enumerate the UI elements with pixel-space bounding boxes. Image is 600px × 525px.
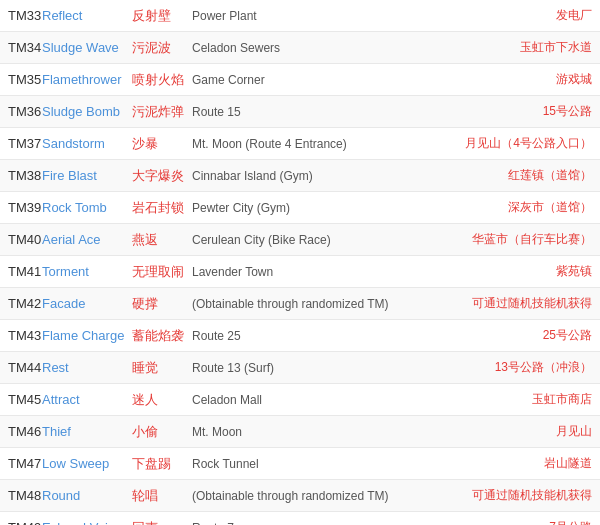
table-row: TM41 Torment 无理取闹 Lavender Town 紫苑镇 <box>0 256 600 288</box>
move-name-cn: 燕返 <box>132 231 192 249</box>
tm-number: TM39 <box>0 200 42 215</box>
table-row: TM34 Sludge Wave 污泥波 Celadon Sewers 玉虹市下… <box>0 32 600 64</box>
move-name-en: Sandstorm <box>42 136 132 151</box>
location-en: Route 13 (Surf) <box>192 361 435 375</box>
location-cn: 可通过随机技能机获得 <box>435 487 600 504</box>
tm-number: TM38 <box>0 168 42 183</box>
location-cn: 游戏城 <box>435 71 600 88</box>
tm-number: TM45 <box>0 392 42 407</box>
location-en: (Obtainable through randomized TM) <box>192 297 435 311</box>
tm-number: TM49 <box>0 520 42 525</box>
move-name-en: Thief <box>42 424 132 439</box>
location-cn: 月见山（4号公路入口） <box>435 135 600 152</box>
location-en: Route 25 <box>192 329 435 343</box>
tm-number: TM44 <box>0 360 42 375</box>
move-name-en: Rock Tomb <box>42 200 132 215</box>
move-name-en: Low Sweep <box>42 456 132 471</box>
move-name-en: Flamethrower <box>42 72 132 87</box>
move-name-en: Torment <box>42 264 132 279</box>
tm-number: TM36 <box>0 104 42 119</box>
location-en: Celadon Mall <box>192 393 435 407</box>
location-cn: 红莲镇（道馆） <box>435 167 600 184</box>
move-name-cn: 喷射火焰 <box>132 71 192 89</box>
table-row: TM44 Rest 睡觉 Route 13 (Surf) 13号公路（冲浪） <box>0 352 600 384</box>
table-row: TM49 Echoed Voice 回声 Route 7 7号公路 <box>0 512 600 525</box>
move-name-en: Flame Charge <box>42 328 132 343</box>
move-name-en: Aerial Ace <box>42 232 132 247</box>
location-cn: 深灰市（道馆） <box>435 199 600 216</box>
location-cn: 玉虹市下水道 <box>435 39 600 56</box>
move-name-en: Attract <box>42 392 132 407</box>
table-row: TM42 Facade 硬撑 (Obtainable through rando… <box>0 288 600 320</box>
tm-table: TM33 Reflect 反射壁 Power Plant 发电厂 TM34 Sl… <box>0 0 600 525</box>
move-name-en: Reflect <box>42 8 132 23</box>
location-en: Route 15 <box>192 105 435 119</box>
location-en: Game Corner <box>192 73 435 87</box>
move-name-en: Echoed Voice <box>42 520 132 525</box>
table-row: TM46 Thief 小偷 Mt. Moon 月见山 <box>0 416 600 448</box>
move-name-en: Facade <box>42 296 132 311</box>
location-en: (Obtainable through randomized TM) <box>192 489 435 503</box>
location-en: Mt. Moon <box>192 425 435 439</box>
tm-number: TM43 <box>0 328 42 343</box>
move-name-cn: 污泥波 <box>132 39 192 57</box>
tm-number: TM34 <box>0 40 42 55</box>
table-row: TM37 Sandstorm 沙暴 Mt. Moon (Route 4 Entr… <box>0 128 600 160</box>
move-name-cn: 睡觉 <box>132 359 192 377</box>
tm-number: TM35 <box>0 72 42 87</box>
location-en: Lavender Town <box>192 265 435 279</box>
location-cn: 15号公路 <box>435 103 600 120</box>
table-row: TM45 Attract 迷人 Celadon Mall 玉虹市商店 <box>0 384 600 416</box>
table-row: TM48 Round 轮唱 (Obtainable through random… <box>0 480 600 512</box>
move-name-cn: 下盘踢 <box>132 455 192 473</box>
move-name-cn: 迷人 <box>132 391 192 409</box>
tm-number: TM47 <box>0 456 42 471</box>
move-name-cn: 大字爆炎 <box>132 167 192 185</box>
move-name-en: Fire Blast <box>42 168 132 183</box>
move-name-en: Rest <box>42 360 132 375</box>
location-cn: 紫苑镇 <box>435 263 600 280</box>
table-row: TM47 Low Sweep 下盘踢 Rock Tunnel 岩山隧道 <box>0 448 600 480</box>
move-name-cn: 轮唱 <box>132 487 192 505</box>
table-row: TM40 Aerial Ace 燕返 Cerulean City (Bike R… <box>0 224 600 256</box>
location-en: Rock Tunnel <box>192 457 435 471</box>
move-name-en: Round <box>42 488 132 503</box>
tm-number: TM37 <box>0 136 42 151</box>
table-row: TM36 Sludge Bomb 污泥炸弹 Route 15 15号公路 <box>0 96 600 128</box>
location-en: Route 7 <box>192 521 435 526</box>
location-cn: 7号公路 <box>435 519 600 525</box>
move-name-cn: 小偷 <box>132 423 192 441</box>
move-name-en: Sludge Wave <box>42 40 132 55</box>
move-name-cn: 沙暴 <box>132 135 192 153</box>
tm-number: TM40 <box>0 232 42 247</box>
table-row: TM43 Flame Charge 蓄能焰袭 Route 25 25号公路 <box>0 320 600 352</box>
location-cn: 月见山 <box>435 423 600 440</box>
table-row: TM39 Rock Tomb 岩石封锁 Pewter City (Gym) 深灰… <box>0 192 600 224</box>
location-cn: 岩山隧道 <box>435 455 600 472</box>
location-en: Cerulean City (Bike Race) <box>192 233 435 247</box>
location-en: Power Plant <box>192 9 435 23</box>
location-cn: 玉虹市商店 <box>435 391 600 408</box>
location-en: Cinnabar Island (Gym) <box>192 169 435 183</box>
move-name-cn: 硬撑 <box>132 295 192 313</box>
tm-number: TM41 <box>0 264 42 279</box>
move-name-cn: 蓄能焰袭 <box>132 327 192 345</box>
location-cn: 可通过随机技能机获得 <box>435 295 600 312</box>
move-name-cn: 回声 <box>132 519 192 526</box>
tm-number: TM48 <box>0 488 42 503</box>
table-row: TM33 Reflect 反射壁 Power Plant 发电厂 <box>0 0 600 32</box>
location-cn: 华蓝市（自行车比赛） <box>435 231 600 248</box>
location-en: Pewter City (Gym) <box>192 201 435 215</box>
move-name-cn: 无理取闹 <box>132 263 192 281</box>
location-en: Celadon Sewers <box>192 41 435 55</box>
move-name-en: Sludge Bomb <box>42 104 132 119</box>
tm-number: TM46 <box>0 424 42 439</box>
move-name-cn: 反射壁 <box>132 7 192 25</box>
tm-number: TM33 <box>0 8 42 23</box>
tm-number: TM42 <box>0 296 42 311</box>
table-row: TM35 Flamethrower 喷射火焰 Game Corner 游戏城 <box>0 64 600 96</box>
location-cn: 25号公路 <box>435 327 600 344</box>
move-name-cn: 岩石封锁 <box>132 199 192 217</box>
table-row: TM38 Fire Blast 大字爆炎 Cinnabar Island (Gy… <box>0 160 600 192</box>
location-en: Mt. Moon (Route 4 Entrance) <box>192 137 435 151</box>
